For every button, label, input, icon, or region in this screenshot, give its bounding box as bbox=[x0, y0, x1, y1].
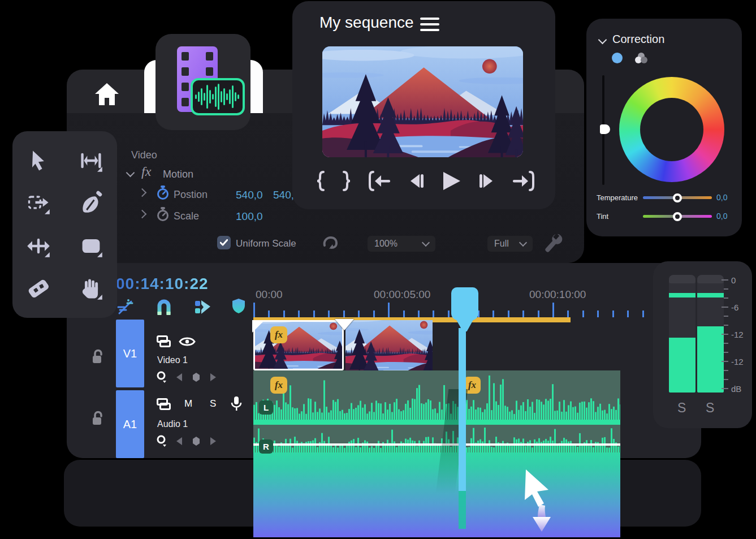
next-keyframe-icon[interactable] bbox=[210, 437, 217, 446]
temperature-knob[interactable] bbox=[673, 193, 682, 202]
audio-clip[interactable]: L R fx fx bbox=[253, 370, 620, 537]
razor-tool[interactable] bbox=[18, 270, 59, 307]
video-track-name[interactable]: Video 1 bbox=[157, 355, 188, 365]
prev-keyframe-icon[interactable] bbox=[176, 373, 183, 382]
tint-value[interactable]: 0,0 bbox=[716, 212, 727, 221]
meter-scale-label: dB bbox=[731, 384, 741, 394]
channel-left-badge: L bbox=[259, 400, 273, 415]
lock-icon[interactable] bbox=[91, 411, 105, 426]
meter-scale-label: -12 bbox=[731, 357, 744, 366]
eye-icon[interactable] bbox=[179, 335, 196, 348]
meter-bar-right bbox=[697, 326, 724, 393]
check-icon bbox=[220, 239, 228, 246]
ruler-label: 00:00:10:00 bbox=[529, 288, 586, 301]
temperature-value[interactable]: 0,0 bbox=[716, 193, 727, 202]
fx-badge[interactable]: fx bbox=[270, 377, 287, 394]
timeline-toolbar bbox=[116, 297, 246, 317]
hand-icon bbox=[79, 276, 103, 301]
timecode-display[interactable]: 00:14:10:22 bbox=[116, 275, 209, 293]
zoom-dropdown[interactable]: 100% bbox=[368, 236, 435, 252]
position-y-value[interactable]: 540, bbox=[273, 189, 294, 201]
program-preview[interactable] bbox=[322, 46, 523, 157]
media-clip-card[interactable] bbox=[155, 34, 250, 130]
color-dot-icon[interactable] bbox=[612, 53, 623, 63]
timeline-marker[interactable] bbox=[335, 319, 354, 330]
video-track-badge[interactable]: V1 bbox=[116, 320, 144, 387]
lock-icon[interactable] bbox=[91, 349, 105, 365]
add-keyframe-icon[interactable] bbox=[192, 436, 201, 446]
go-to-in-button[interactable] bbox=[368, 170, 392, 192]
auto-ripple-icon[interactable] bbox=[193, 297, 212, 317]
volume-rubber-band[interactable] bbox=[253, 443, 620, 446]
tint-knob[interactable] bbox=[673, 212, 682, 221]
razor-icon bbox=[26, 276, 51, 301]
correction-title: Correction bbox=[612, 33, 664, 46]
uniform-scale-checkbox[interactable] bbox=[217, 236, 231, 249]
target-track-icon[interactable] bbox=[157, 335, 171, 348]
chevron-down-icon bbox=[519, 239, 527, 247]
go-to-out-button[interactable] bbox=[511, 170, 535, 192]
keyframe-stopwatch-icon[interactable] bbox=[156, 207, 170, 222]
mark-out-button[interactable] bbox=[341, 170, 352, 192]
scale-value[interactable]: 100,0 bbox=[236, 210, 263, 223]
rectangle-icon bbox=[79, 234, 103, 258]
video-clip-2[interactable] bbox=[345, 320, 433, 370]
fx-badge[interactable]: fx bbox=[270, 326, 287, 343]
linked-selection-icon[interactable] bbox=[116, 297, 135, 317]
wrench-icon[interactable] bbox=[542, 232, 564, 256]
step-back-button[interactable] bbox=[407, 171, 426, 191]
tint-label: Tint bbox=[597, 212, 608, 221]
keyframe-menu-icon[interactable] bbox=[157, 371, 167, 383]
collapse-chevron-icon[interactable] bbox=[598, 36, 607, 45]
selection-tool[interactable] bbox=[18, 143, 59, 179]
track-select-tool[interactable] bbox=[71, 143, 111, 179]
app-window: Video fx Motion Postion 540,0 540, Scale… bbox=[0, 0, 756, 539]
ripple-edit-icon bbox=[26, 191, 51, 215]
mic-icon[interactable] bbox=[231, 396, 242, 412]
playhead-line[interactable] bbox=[459, 328, 466, 491]
color-mix-icon[interactable] bbox=[634, 51, 649, 65]
shield-icon[interactable] bbox=[231, 297, 246, 314]
mute-button[interactable]: M bbox=[184, 398, 192, 409]
trim-icon bbox=[79, 148, 103, 173]
step-forward-button[interactable] bbox=[477, 171, 496, 191]
hamburger-menu-icon[interactable] bbox=[420, 18, 439, 31]
audio-track-name[interactable]: Audio 1 bbox=[157, 419, 188, 429]
hand-tool[interactable] bbox=[71, 270, 111, 307]
ripple-edit-tool[interactable] bbox=[18, 185, 59, 221]
video-clip-1[interactable] bbox=[253, 320, 344, 370]
quality-value: Full bbox=[494, 239, 509, 249]
next-keyframe-icon[interactable] bbox=[210, 373, 217, 382]
transport-controls bbox=[315, 169, 535, 193]
audio-track-badge[interactable]: A1 bbox=[116, 390, 144, 458]
playhead-handle[interactable] bbox=[451, 287, 478, 320]
solo-button[interactable]: S bbox=[210, 398, 216, 409]
position-label: Postion bbox=[174, 189, 208, 201]
solo-right-button[interactable]: S bbox=[706, 400, 714, 416]
meter-cap bbox=[697, 275, 724, 283]
pen-tool[interactable] bbox=[71, 185, 111, 221]
keyframe-menu-icon[interactable] bbox=[157, 435, 167, 447]
play-button[interactable] bbox=[441, 170, 461, 192]
keyframe-stopwatch-icon[interactable] bbox=[156, 186, 170, 200]
quality-dropdown[interactable]: Full bbox=[487, 236, 533, 252]
prev-keyframe-icon[interactable] bbox=[176, 437, 183, 446]
zoom-value: 100% bbox=[374, 239, 398, 249]
shape-tool[interactable] bbox=[71, 228, 111, 264]
meter-peak-left bbox=[669, 293, 695, 297]
solo-left-button[interactable]: S bbox=[677, 400, 686, 416]
home-button[interactable] bbox=[94, 81, 120, 109]
reset-icon[interactable] bbox=[321, 234, 338, 251]
effect-name: Motion bbox=[163, 169, 193, 180]
slip-tool[interactable] bbox=[18, 228, 59, 264]
luminance-slider-handle[interactable] bbox=[600, 124, 610, 134]
target-track-icon[interactable] bbox=[157, 398, 171, 411]
clip-corner-marker bbox=[252, 320, 265, 333]
playhead-tail bbox=[459, 491, 466, 529]
position-x-value[interactable]: 540,0 bbox=[236, 189, 263, 201]
add-keyframe-icon[interactable] bbox=[192, 372, 201, 382]
mark-in-button[interactable] bbox=[315, 170, 326, 192]
snap-magnet-icon[interactable] bbox=[154, 297, 174, 317]
meter-scale-label: -12 bbox=[731, 330, 744, 339]
video-keyframe-controls bbox=[157, 371, 217, 383]
